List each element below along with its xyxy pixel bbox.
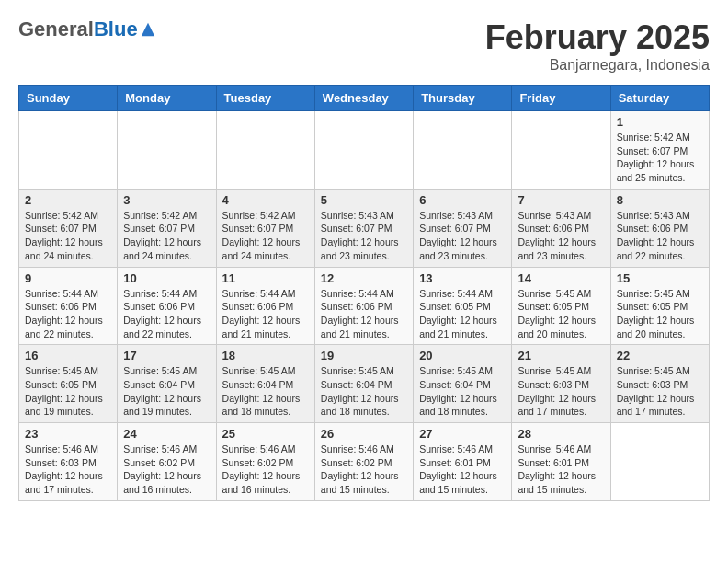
week-row-5: 23Sunrise: 5:46 AM Sunset: 6:03 PM Dayli… [19, 423, 710, 501]
calendar-table: SundayMondayTuesdayWednesdayThursdayFrid… [18, 85, 710, 501]
day-number: 9 [25, 271, 111, 285]
day-cell: 23Sunrise: 5:46 AM Sunset: 6:03 PM Dayli… [19, 423, 118, 501]
day-number: 2 [25, 193, 111, 207]
day-cell [314, 111, 413, 190]
month-title: February 2025 [485, 18, 710, 57]
day-cell: 19Sunrise: 5:45 AM Sunset: 6:04 PM Dayli… [314, 345, 413, 423]
day-number: 28 [518, 427, 604, 441]
day-cell [216, 111, 314, 190]
day-info: Sunrise: 5:43 AM Sunset: 6:07 PM Dayligh… [419, 209, 506, 263]
day-cell: 18Sunrise: 5:45 AM Sunset: 6:04 PM Dayli… [216, 345, 314, 423]
day-number: 6 [419, 193, 506, 207]
day-number: 22 [617, 349, 703, 362]
day-info: Sunrise: 5:45 AM Sunset: 6:04 PM Dayligh… [123, 364, 210, 419]
day-number: 10 [123, 271, 210, 285]
day-cell: 8Sunrise: 5:43 AM Sunset: 6:06 PM Daylig… [610, 189, 709, 267]
day-cell [512, 111, 610, 190]
day-cell: 24Sunrise: 5:46 AM Sunset: 6:02 PM Dayli… [118, 423, 216, 501]
day-cell: 11Sunrise: 5:44 AM Sunset: 6:06 PM Dayli… [216, 267, 314, 345]
day-number: 20 [419, 349, 506, 362]
day-number: 7 [518, 193, 604, 207]
weekday-header-sunday: Sunday [19, 86, 118, 111]
day-info: Sunrise: 5:42 AM Sunset: 6:07 PM Dayligh… [222, 209, 309, 263]
svg-marker-0 [141, 23, 154, 36]
day-number: 21 [518, 349, 604, 362]
day-info: Sunrise: 5:45 AM Sunset: 6:05 PM Dayligh… [617, 287, 703, 341]
weekday-header-friday: Friday [512, 86, 610, 111]
day-cell: 21Sunrise: 5:45 AM Sunset: 6:03 PM Dayli… [512, 345, 610, 423]
day-info: Sunrise: 5:46 AM Sunset: 6:02 PM Dayligh… [123, 442, 210, 497]
day-cell: 2Sunrise: 5:42 AM Sunset: 6:07 PM Daylig… [19, 189, 118, 267]
day-info: Sunrise: 5:44 AM Sunset: 6:06 PM Dayligh… [25, 287, 111, 341]
day-info: Sunrise: 5:46 AM Sunset: 6:02 PM Dayligh… [222, 442, 309, 497]
day-info: Sunrise: 5:46 AM Sunset: 6:01 PM Dayligh… [419, 442, 506, 497]
day-info: Sunrise: 5:43 AM Sunset: 6:06 PM Dayligh… [617, 209, 703, 263]
day-cell: 1Sunrise: 5:42 AM Sunset: 6:07 PM Daylig… [610, 111, 709, 190]
day-info: Sunrise: 5:43 AM Sunset: 6:07 PM Dayligh… [321, 209, 407, 263]
weekday-header-thursday: Thursday [414, 86, 512, 111]
day-number: 3 [123, 193, 210, 207]
day-number: 23 [25, 427, 111, 441]
day-cell: 7Sunrise: 5:43 AM Sunset: 6:06 PM Daylig… [512, 189, 610, 267]
day-cell: 17Sunrise: 5:45 AM Sunset: 6:04 PM Dayli… [118, 345, 216, 423]
day-cell: 22Sunrise: 5:45 AM Sunset: 6:03 PM Dayli… [610, 345, 709, 423]
logo-blue: Blue [94, 17, 138, 40]
day-number: 5 [321, 193, 407, 207]
day-info: Sunrise: 5:42 AM Sunset: 6:07 PM Dayligh… [123, 209, 210, 263]
day-cell [610, 423, 709, 501]
weekday-header-monday: Monday [118, 86, 216, 111]
day-cell: 27Sunrise: 5:46 AM Sunset: 6:01 PM Dayli… [414, 423, 512, 501]
day-info: Sunrise: 5:46 AM Sunset: 6:01 PM Dayligh… [518, 442, 604, 497]
day-number: 15 [617, 271, 703, 285]
day-cell: 16Sunrise: 5:45 AM Sunset: 6:05 PM Dayli… [19, 345, 118, 423]
location: Banjarnegara, Indonesia [485, 57, 710, 74]
day-info: Sunrise: 5:46 AM Sunset: 6:03 PM Dayligh… [25, 442, 111, 497]
day-cell: 20Sunrise: 5:45 AM Sunset: 6:04 PM Dayli… [414, 345, 512, 423]
day-number: 8 [617, 193, 703, 207]
page-header: GeneralBlue February 2025 Banjarnegara, … [18, 18, 710, 74]
day-info: Sunrise: 5:45 AM Sunset: 6:04 PM Dayligh… [222, 364, 309, 419]
day-cell [118, 111, 216, 190]
day-number: 19 [321, 349, 407, 362]
day-number: 4 [222, 193, 309, 207]
title-block: February 2025 Banjarnegara, Indonesia [485, 18, 710, 74]
day-info: Sunrise: 5:45 AM Sunset: 6:04 PM Dayligh… [419, 364, 506, 419]
day-number: 18 [222, 349, 309, 362]
day-info: Sunrise: 5:44 AM Sunset: 6:06 PM Dayligh… [321, 287, 407, 341]
day-number: 16 [25, 349, 111, 362]
day-info: Sunrise: 5:44 AM Sunset: 6:06 PM Dayligh… [123, 287, 210, 341]
week-row-2: 2Sunrise: 5:42 AM Sunset: 6:07 PM Daylig… [19, 189, 710, 267]
day-number: 24 [123, 427, 210, 441]
day-number: 25 [222, 427, 309, 441]
day-number: 13 [419, 271, 506, 285]
day-cell: 3Sunrise: 5:42 AM Sunset: 6:07 PM Daylig… [118, 189, 216, 267]
day-cell: 5Sunrise: 5:43 AM Sunset: 6:07 PM Daylig… [314, 189, 413, 267]
day-cell [19, 111, 118, 190]
weekday-header-saturday: Saturday [610, 86, 709, 111]
weekday-header-tuesday: Tuesday [216, 86, 314, 111]
day-cell: 15Sunrise: 5:45 AM Sunset: 6:05 PM Dayli… [610, 267, 709, 345]
logo: GeneralBlue [18, 18, 156, 40]
day-info: Sunrise: 5:46 AM Sunset: 6:02 PM Dayligh… [321, 442, 407, 497]
weekday-header-wednesday: Wednesday [314, 86, 413, 111]
week-row-4: 16Sunrise: 5:45 AM Sunset: 6:05 PM Dayli… [19, 345, 710, 423]
day-cell: 14Sunrise: 5:45 AM Sunset: 6:05 PM Dayli… [512, 267, 610, 345]
day-number: 27 [419, 427, 506, 441]
weekday-header-row: SundayMondayTuesdayWednesdayThursdayFrid… [19, 86, 710, 111]
day-info: Sunrise: 5:44 AM Sunset: 6:05 PM Dayligh… [419, 287, 506, 341]
day-info: Sunrise: 5:43 AM Sunset: 6:06 PM Dayligh… [518, 209, 604, 263]
week-row-1: 1Sunrise: 5:42 AM Sunset: 6:07 PM Daylig… [19, 111, 710, 190]
day-cell: 28Sunrise: 5:46 AM Sunset: 6:01 PM Dayli… [512, 423, 610, 501]
day-cell: 6Sunrise: 5:43 AM Sunset: 6:07 PM Daylig… [414, 189, 512, 267]
day-cell: 25Sunrise: 5:46 AM Sunset: 6:02 PM Dayli… [216, 423, 314, 501]
logo-general: General [18, 17, 94, 40]
day-number: 1 [617, 115, 703, 129]
day-info: Sunrise: 5:44 AM Sunset: 6:06 PM Dayligh… [222, 287, 309, 341]
day-info: Sunrise: 5:45 AM Sunset: 6:05 PM Dayligh… [518, 287, 604, 341]
day-info: Sunrise: 5:45 AM Sunset: 6:03 PM Dayligh… [617, 364, 703, 419]
day-cell: 4Sunrise: 5:42 AM Sunset: 6:07 PM Daylig… [216, 189, 314, 267]
day-cell: 13Sunrise: 5:44 AM Sunset: 6:05 PM Dayli… [414, 267, 512, 345]
day-number: 14 [518, 271, 604, 285]
day-info: Sunrise: 5:45 AM Sunset: 6:05 PM Dayligh… [25, 364, 111, 419]
logo-icon [140, 21, 156, 38]
